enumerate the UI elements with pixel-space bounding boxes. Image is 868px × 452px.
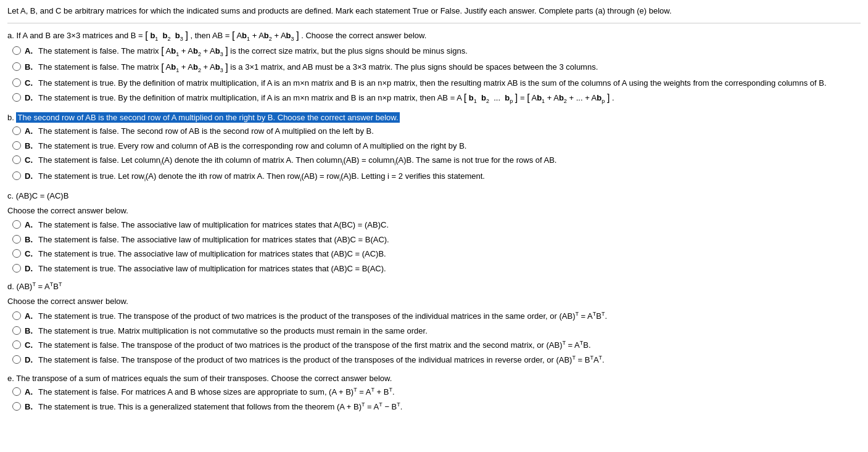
part-c-letter-D: D. — [25, 263, 35, 275]
part-e-text-A: The statement is false. For matrices A a… — [38, 386, 861, 398]
radio-b-A[interactable] — [12, 126, 21, 135]
part-c-text-A: The statement is false. The associative … — [38, 219, 861, 231]
part-c-text-D: The statement is true. The associative l… — [38, 263, 861, 275]
part-b-text-D: The statement is true. Let rowi(A) denot… — [38, 170, 861, 184]
matrix-bracket-left-ab: [ — [232, 31, 234, 41]
matrix-bracket-right-ab: ] — [296, 31, 299, 41]
part-a-block: a. If A and B are 3×3 matrices and B = [… — [7, 30, 861, 105]
part-d-option-C[interactable]: C. The statement is false. The transpose… — [7, 339, 861, 351]
radio-a-A[interactable] — [12, 46, 21, 55]
bracket-a-D2-l: [ — [527, 93, 529, 103]
part-b-label: b. The second row of AB is the second ro… — [7, 112, 861, 124]
radio-d-D[interactable] — [12, 355, 21, 364]
radio-a-C[interactable] — [12, 78, 21, 87]
part-a-option-D[interactable]: D. The statement is true. By the definit… — [7, 92, 861, 105]
part-d-letter-C: C. — [25, 339, 35, 351]
bracket-a-B-l: [ — [161, 63, 163, 73]
part-e-option-B[interactable]: B. The statement is true. This is a gene… — [7, 401, 861, 413]
part-a-text-C: The statement is true. By the definition… — [38, 77, 861, 89]
part-a-letter-C: C. — [25, 77, 35, 89]
radio-b-D[interactable] — [12, 171, 21, 180]
part-a-text-B: The statement is false. The matrix [ Ab1… — [38, 61, 861, 75]
part-c-text-B: The statement is false. The associative … — [38, 234, 861, 246]
part-d-option-D[interactable]: D. The statement is false. The transpose… — [7, 354, 861, 366]
part-c-choose: Choose the correct answer below. — [7, 205, 861, 217]
radio-c-A[interactable] — [12, 220, 21, 229]
bracket-a-A-r: ] — [225, 46, 228, 56]
bracket-a-D-r: ] — [515, 93, 518, 103]
part-d-text-C: The statement is false. The transpose of… — [38, 339, 861, 351]
part-a-letter-D: D. — [25, 92, 35, 104]
part-c-option-C[interactable]: C. The statement is true. The associativ… — [7, 248, 861, 260]
radio-b-B[interactable] — [12, 141, 21, 150]
part-c-block: c. (AB)C = (AC)B Choose the correct answ… — [7, 190, 861, 274]
part-e-option-A[interactable]: A. The statement is false. For matrices … — [7, 386, 861, 398]
part-c-letter-C: C. — [25, 248, 35, 260]
bracket-a-A-l: [ — [161, 46, 163, 56]
header-text: Let A, B, and C be arbitrary matrices fo… — [7, 5, 861, 18]
radio-c-D[interactable] — [12, 264, 21, 273]
matrix-bracket-right-a: ] — [185, 31, 188, 41]
part-c-letter-A: A. — [25, 219, 35, 231]
part-d-label: d. (AB)T = ATBT — [7, 281, 861, 293]
part-a-letter-A: A. — [25, 45, 35, 57]
bracket-a-D-l: [ — [464, 93, 466, 103]
part-a-option-B[interactable]: B. The statement is false. The matrix [ … — [7, 61, 861, 75]
radio-c-B[interactable] — [12, 235, 21, 244]
radio-d-A[interactable] — [12, 311, 21, 320]
part-b-block: b. The second row of AB is the second ro… — [7, 112, 861, 184]
part-a-text-A: The statement is false. The matrix [ Ab1… — [38, 45, 861, 59]
part-b-highlighted-text: The second row of AB is the second row o… — [16, 112, 399, 123]
part-c-text-C: The statement is true. The associative l… — [38, 248, 861, 260]
part-c-option-B[interactable]: B. The statement is false. The associati… — [7, 234, 861, 246]
part-e-letter-A: A. — [25, 386, 35, 398]
part-b-option-B[interactable]: B. The statement is true. Every row and … — [7, 140, 861, 152]
part-c-option-D[interactable]: D. The statement is true. The associativ… — [7, 263, 861, 275]
part-b-option-C[interactable]: C. The statement is false. Let columni(A… — [7, 154, 861, 168]
part-a-letter: a. — [7, 31, 14, 40]
part-c-letter: c. (AB)C = (AC)B — [7, 191, 68, 200]
radio-b-C[interactable] — [12, 155, 21, 164]
part-d-letter-D: D. — [25, 354, 35, 366]
part-b-option-D[interactable]: D. The statement is true. Let rowi(A) de… — [7, 170, 861, 184]
part-c-option-A[interactable]: A. The statement is false. The associati… — [7, 219, 861, 231]
radio-a-B[interactable] — [12, 62, 21, 71]
part-a-option-C[interactable]: C. The statement is true. By the definit… — [7, 77, 861, 89]
matrix-bracket-left-a: [ — [145, 31, 147, 41]
part-b-option-A[interactable]: A. The statement is false. The second ro… — [7, 125, 861, 138]
radio-c-C[interactable] — [12, 249, 21, 258]
part-d-text-A: The statement is true. The transpose of … — [38, 310, 861, 323]
part-a-label: a. If A and B are 3×3 matrices and B = [… — [7, 30, 861, 43]
part-d-letter-A: A. — [25, 310, 35, 323]
part-c-label: c. (AB)C = (AC)B — [7, 190, 861, 202]
part-a-option-A[interactable]: A. The statement is false. The matrix [ … — [7, 45, 861, 59]
part-e-block: e. The transpose of a sum of matrices eq… — [7, 372, 861, 413]
part-e-letter-B: B. — [25, 401, 35, 413]
part-d-text-B: The statement is true. Matrix multiplica… — [38, 325, 861, 337]
part-b-text-A: The statement is false. The second row o… — [38, 125, 861, 138]
part-d-option-A[interactable]: A. The statement is true. The transpose … — [7, 310, 861, 323]
part-d-text-D: The statement is false. The transpose of… — [38, 354, 861, 366]
divider — [7, 23, 861, 23]
header-block: Let A, B, and C be arbitrary matrices fo… — [7, 5, 861, 23]
radio-d-C[interactable] — [12, 340, 21, 349]
part-b-letter-B: B. — [25, 140, 35, 152]
part-b-letter: b. — [7, 113, 14, 122]
part-a-b-cols: b1 b2 b3 — [150, 31, 185, 40]
radio-d-B[interactable] — [12, 326, 21, 335]
part-d-block: d. (AB)T = ATBT Choose the correct answe… — [7, 281, 861, 366]
radio-e-B[interactable] — [12, 402, 21, 411]
part-b-letter-D: D. — [25, 170, 35, 183]
part-e-label: e. The transpose of a sum of matrices eq… — [7, 372, 861, 385]
part-d-choose: Choose the correct answer below. — [7, 295, 861, 308]
bracket-a-D2-r: ] — [607, 93, 610, 103]
part-d-letter-B: B. — [25, 325, 35, 337]
radio-a-D[interactable] — [12, 93, 21, 102]
part-a-ab-expr: Ab1 + Ab2 + Ab3 — [236, 31, 296, 40]
bracket-a-B-r: ] — [225, 63, 228, 73]
part-b-letter-C: C. — [25, 154, 35, 166]
part-d-option-B[interactable]: B. The statement is true. Matrix multipl… — [7, 325, 861, 337]
part-c-letter-B: B. — [25, 234, 35, 246]
radio-e-A[interactable] — [12, 387, 21, 396]
part-b-text-B: The statement is true. Every row and col… — [38, 140, 861, 152]
